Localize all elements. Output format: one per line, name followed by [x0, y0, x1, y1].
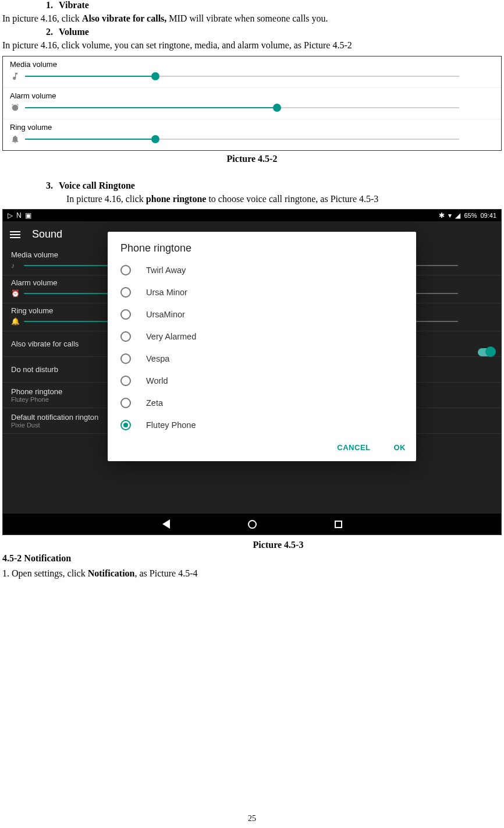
- para-volume: In picture 4.16, click volume, you can s…: [2, 39, 502, 52]
- radio-icon: [120, 309, 131, 320]
- ringtone-option[interactable]: UrsaMinor: [110, 303, 414, 325]
- nav-recent-icon[interactable]: [333, 519, 343, 529]
- ringtone-dialog: Phone ringtone Twirl AwayUrsa MinorUrsaM…: [108, 232, 416, 461]
- play-icon: ▷: [8, 211, 13, 220]
- n-icon: N: [16, 211, 22, 220]
- caption-452: Picture 4.5-2: [2, 154, 502, 164]
- list-number-3: 3.: [46, 181, 53, 191]
- ringtone-option-label: Very Alarmed: [146, 332, 196, 341]
- bell-icon: 🔔: [11, 317, 20, 325]
- section-452-heading: 4.5-2 Notification: [2, 552, 502, 565]
- ringtone-option-label: Twirl Away: [146, 266, 186, 275]
- radio-icon: [120, 287, 131, 298]
- ringtone-option-label: Zeta: [146, 398, 163, 408]
- ok-button[interactable]: OK: [389, 440, 411, 455]
- list-number-2: 2.: [46, 27, 53, 37]
- radio-icon: [120, 398, 131, 408]
- list-label-volume: Volume: [59, 27, 89, 37]
- bell-icon: [10, 134, 20, 144]
- ring-volume-label: Ring volume: [10, 123, 494, 132]
- bluetooth-icon: ✱: [439, 211, 445, 220]
- status-bar: ▷ N ▣ ✱ ▾ ◢ 65% 09:41: [3, 210, 501, 221]
- para-vibrate: In picture 4.16, click Also vibrate for …: [2, 12, 502, 25]
- ringtone-option[interactable]: Zeta: [110, 392, 414, 414]
- para-ringtone: In picture 4.16, click phone ringtone to…: [66, 193, 502, 206]
- alarm-volume-slider[interactable]: [25, 102, 459, 113]
- alarm-icon: ⏰: [11, 289, 20, 298]
- ringtone-option[interactable]: Vespa: [110, 348, 414, 370]
- radio-icon: [120, 376, 131, 386]
- figure-volume-sliders: Media volume Alarm volume: [2, 56, 502, 151]
- ringtone-option-label: Ursa Minor: [146, 288, 187, 297]
- ringtone-option-label: World: [146, 376, 168, 385]
- alarm-volume-label: Alarm volume: [10, 91, 494, 100]
- signal-icon: ◢: [455, 211, 460, 220]
- media-volume-label: Media volume: [10, 60, 494, 69]
- dialog-title: Phone ringtone: [108, 232, 416, 259]
- music-note-icon: ♪: [11, 261, 15, 270]
- ringtone-option[interactable]: Flutey Phone: [110, 414, 414, 436]
- nav-back-icon[interactable]: [161, 519, 171, 529]
- media-volume-slider[interactable]: [25, 71, 459, 82]
- ringtone-option[interactable]: Ursa Minor: [110, 281, 414, 303]
- radio-icon: [120, 265, 131, 275]
- nav-home-icon[interactable]: [247, 519, 257, 529]
- caption-453: Picture 4.5-3: [2, 540, 502, 550]
- list-label-vibrate: Vibrate: [59, 0, 89, 10]
- radio-icon: [120, 420, 131, 430]
- para-notification: 1. Open settings, click Notification, as…: [2, 567, 502, 580]
- time-text: 09:41: [480, 212, 496, 219]
- hamburger-icon[interactable]: [10, 231, 20, 238]
- android-navbar: [3, 514, 501, 535]
- radio-icon: [120, 331, 131, 342]
- wifi-icon: ▾: [448, 211, 452, 220]
- ringtone-option[interactable]: Twirl Away: [110, 259, 414, 281]
- ringtone-option-label: Flutey Phone: [146, 420, 196, 430]
- image-icon: ▣: [25, 211, 31, 220]
- bg-vibrate-label: Also vibrate for calls: [11, 339, 79, 348]
- toolbar-title: Sound: [32, 228, 62, 240]
- bg-dnd-label[interactable]: Do not disturb: [11, 365, 58, 374]
- figure-ringtone-dialog: ▷ N ▣ ✱ ▾ ◢ 65% 09:41 Sound Media volume…: [2, 209, 502, 535]
- music-note-icon: [10, 71, 20, 82]
- alarm-icon: [10, 102, 20, 113]
- vibrate-switch[interactable]: [478, 348, 494, 356]
- ringtone-option-label: UrsaMinor: [146, 310, 185, 319]
- radio-icon: [120, 353, 131, 364]
- list-number-1: 1.: [46, 0, 53, 10]
- ringtone-option[interactable]: World: [110, 370, 414, 392]
- ringtone-option-label: Vespa: [146, 354, 169, 363]
- ringtone-option[interactable]: Very Alarmed: [110, 325, 414, 348]
- cancel-button[interactable]: CANCEL: [332, 440, 375, 455]
- battery-text: 65%: [464, 212, 477, 219]
- ring-volume-slider[interactable]: [25, 134, 459, 144]
- list-label-ringtone: Voice call Ringtone: [59, 181, 135, 191]
